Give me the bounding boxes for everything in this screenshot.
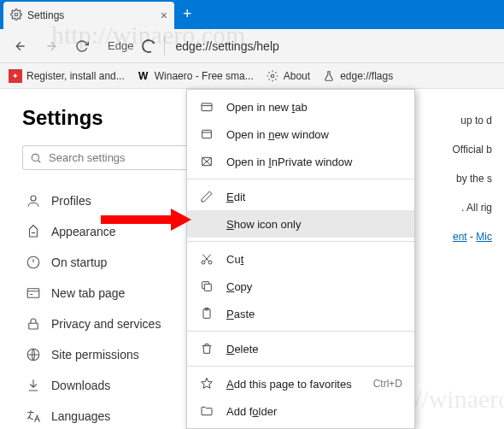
sidebar-item-privacy[interactable]: Privacy and services — [22, 309, 200, 339]
sidebar-item-newtab[interactable]: New tab page — [22, 278, 200, 309]
menu-open-new-tab[interactable]: Open in new tab — [187, 93, 414, 120]
paste-icon — [199, 306, 214, 321]
shortcut: Ctrl+D — [373, 378, 402, 390]
inprivate-icon — [199, 154, 214, 169]
svg-point-3 — [31, 196, 36, 201]
new-tab-button[interactable]: + — [174, 0, 201, 28]
sidebar-item-startup[interactable]: On startup — [22, 247, 200, 278]
bookmark-item[interactable]: About — [266, 69, 310, 83]
delete-icon — [199, 341, 214, 356]
address-label: Edge — [108, 39, 133, 52]
menu-open-new-window[interactable]: Open in new window — [187, 120, 414, 148]
gear-icon — [10, 9, 22, 23]
folder-icon — [199, 403, 214, 419]
profile-icon — [26, 193, 41, 209]
flask-icon — [322, 69, 336, 83]
edge-icon — [140, 37, 158, 55]
menu-cut[interactable]: Cut — [187, 245, 414, 273]
svg-point-0 — [15, 13, 18, 16]
power-icon — [26, 255, 41, 270]
tab-icon — [199, 99, 214, 115]
appearance-icon — [26, 224, 41, 239]
menu-show-icon-only[interactable]: Show icon only — [187, 210, 414, 238]
toolbar: Edge edge://settings/help — [0, 29, 504, 63]
svg-rect-8 — [202, 103, 212, 111]
close-tab-icon[interactable]: × — [161, 9, 167, 22]
context-menu: Open in new tab Open in new window Open … — [186, 89, 415, 429]
star-icon — [199, 376, 214, 391]
bookmark-item[interactable]: WWinaero - Free sma... — [137, 69, 254, 83]
menu-copy[interactable]: Copy — [187, 273, 414, 300]
gear-icon — [266, 69, 279, 83]
copy-icon — [199, 279, 214, 294]
separator — [187, 331, 414, 332]
newtab-icon — [26, 285, 41, 301]
menu-add-favorites[interactable]: Add this page to favoritesCtrl+D — [187, 370, 414, 397]
site-icon — [26, 347, 41, 362]
search-icon — [30, 152, 42, 164]
svg-point-1 — [271, 74, 274, 78]
cut-icon — [199, 251, 214, 267]
menu-add-folder[interactable]: Add folder — [187, 397, 414, 425]
tab-title: Settings — [27, 9, 64, 21]
bookmark-item[interactable]: edge://flags — [322, 69, 393, 83]
title-bar: Settings × + — [0, 0, 504, 29]
svg-point-2 — [32, 154, 38, 161]
bookmarks-bar: ✦Register, install and... WWinaero - Fre… — [0, 63, 504, 89]
edit-icon — [199, 189, 214, 204]
menu-open-inprivate[interactable]: Open in InPrivate window — [187, 148, 414, 175]
refresh-button[interactable] — [68, 32, 96, 60]
language-icon — [26, 408, 41, 424]
svg-rect-5 — [27, 289, 39, 298]
svg-point-11 — [202, 261, 205, 264]
back-button[interactable] — [7, 32, 34, 60]
link[interactable]: ent — [453, 231, 467, 243]
svg-rect-13 — [204, 284, 211, 291]
sidebar-item-languages[interactable]: Languages — [22, 401, 200, 429]
menu-delete[interactable]: Delete — [187, 335, 414, 362]
svg-rect-9 — [202, 130, 212, 138]
menu-edit[interactable]: Edit — [187, 183, 414, 210]
browser-tab[interactable]: Settings × — [3, 2, 174, 29]
separator — [187, 241, 414, 242]
blank-icon — [199, 216, 214, 232]
svg-rect-6 — [29, 323, 38, 329]
lock-icon — [26, 316, 41, 332]
sidebar-item-downloads[interactable]: Downloads — [22, 370, 200, 401]
search-input[interactable]: Search settings — [22, 145, 200, 170]
separator — [187, 179, 414, 179]
svg-point-12 — [208, 261, 212, 264]
page-title: Settings — [22, 106, 200, 130]
window-icon — [199, 126, 214, 142]
bookmark-item[interactable]: ✦Register, install and... — [9, 69, 125, 83]
download-icon — [26, 378, 41, 393]
address-url: edge://settings/help — [164, 37, 278, 56]
forward-button[interactable] — [38, 32, 65, 60]
favicon-icon: ✦ — [9, 69, 22, 83]
sidebar-item-site[interactable]: Site permissions — [22, 339, 200, 370]
menu-paste[interactable]: Paste — [187, 300, 414, 327]
favicon-icon: W — [137, 69, 150, 83]
annotation-arrow — [101, 209, 195, 231]
separator — [187, 366, 414, 367]
link[interactable]: Mic — [476, 231, 492, 243]
address-bar[interactable]: Edge edge://settings/help — [99, 37, 497, 56]
